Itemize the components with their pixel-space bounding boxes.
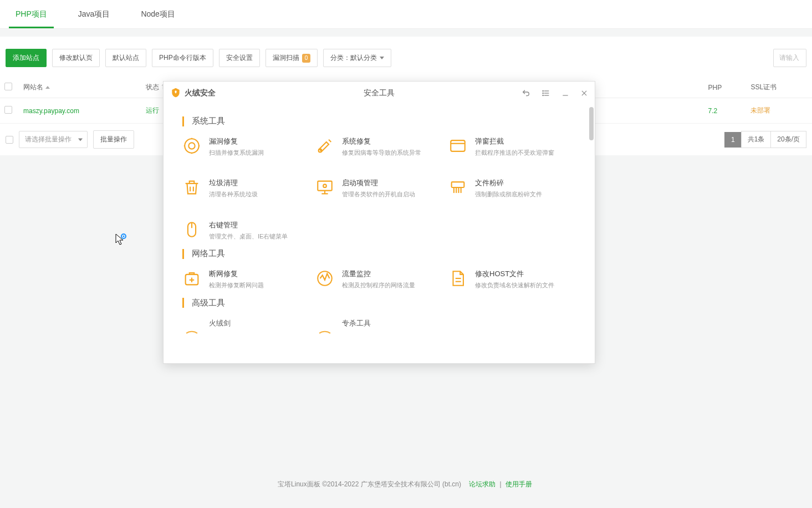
window-icon [448, 136, 467, 155]
add-site-button[interactable]: 添加站点 [6, 49, 47, 67]
chevron-down-icon [380, 57, 384, 59]
tool-huorong-sword[interactable]: 火绒剑 [182, 318, 310, 337]
vuln-scan-button[interactable]: 漏洞扫描 0 [265, 49, 318, 67]
footer: 宝塔Linux面板 ©2014-2022 广东堡塔安全技术有限公司 (bt.cn… [0, 480, 812, 489]
status-cell[interactable]: 运行 [146, 106, 159, 114]
section-network-tools: 网络工具 [182, 248, 576, 259]
shield-icon [315, 318, 334, 337]
site-name-link[interactable]: maszy.paypay.com [23, 107, 79, 115]
section-advanced-tools: 高级工具 [182, 298, 576, 308]
col-site[interactable]: 网站名 [19, 77, 141, 98]
tool-system-repair[interactable]: 系统修复修复因病毒等导致的系统异常 [315, 136, 443, 157]
tool-startup[interactable]: 启动项管理管理各类软件的开机自启动 [315, 178, 443, 199]
sort-asc-icon [45, 86, 50, 89]
svg-point-9 [185, 139, 199, 153]
scrollbar[interactable] [589, 107, 594, 140]
security-settings-button[interactable]: 安全设置 [219, 49, 260, 67]
sword-icon [182, 318, 201, 337]
batch-checkbox[interactable] [6, 136, 13, 144]
page-total: 共1条 [741, 131, 772, 148]
svg-rect-20 [452, 182, 464, 187]
vuln-scan-label: 漏洞扫描 [273, 53, 299, 63]
close-icon[interactable] [580, 89, 588, 97]
ssl-status[interactable]: 未部署 [750, 106, 770, 114]
tool-traffic-monitor[interactable]: 流量监控检测及控制程序的网络流量 [315, 269, 443, 289]
window-titlebar[interactable]: 火绒安全 安全工具 [164, 82, 595, 105]
manual-link[interactable]: 使用手册 [505, 480, 532, 488]
vuln-scan-badge: 0 [302, 54, 311, 63]
mouse-icon [182, 220, 201, 239]
category-dropdown[interactable]: 分类：默认分类 [323, 49, 391, 67]
page-size[interactable]: 20条/页 [770, 131, 806, 148]
batch-apply-button[interactable]: 批量操作 [93, 130, 134, 149]
svg-point-3 [543, 90, 543, 91]
toolbar: 添加站点 修改默认页 默认站点 PHP命令行版本 安全设置 漏洞扫描 0 分类：… [0, 37, 812, 77]
svg-rect-16 [318, 181, 332, 191]
php-cli-button[interactable]: PHP命令行版本 [152, 49, 213, 67]
svg-point-33 [121, 234, 126, 238]
tab-node[interactable]: Node项目 [125, 0, 190, 28]
svg-point-34 [123, 236, 125, 237]
php-version-link[interactable]: 7.2 [708, 107, 718, 115]
svg-point-10 [188, 143, 195, 149]
tool-network-repair[interactable]: 断网修复检测并修复断网问题 [182, 269, 310, 289]
edit-default-page-button[interactable]: 修改默认页 [52, 49, 100, 67]
huorong-logo-icon [170, 87, 181, 100]
category-label: 分类：默认分类 [330, 53, 377, 63]
col-ssl: SSL证书 [746, 77, 812, 98]
footer-text: 宝塔Linux面板 ©2014-2022 广东堡塔安全技术有限公司 (bt.cn… [278, 480, 461, 488]
tab-java[interactable]: Java项目 [63, 0, 126, 28]
chevron-down-icon [78, 138, 83, 141]
col-php: PHP [704, 77, 747, 98]
window-brand: 火绒安全 [185, 88, 216, 98]
svg-rect-12 [451, 140, 465, 151]
trash-icon [182, 178, 201, 197]
undo-icon[interactable] [522, 89, 530, 98]
batch-select[interactable]: 请选择批量操作 [19, 131, 88, 148]
tool-context-menu[interactable]: 右键管理管理文件、桌面、IE右键菜单 [182, 220, 310, 241]
tool-popup-block[interactable]: 弹窗拦截拦截程序推送的不受欢迎弹窗 [448, 136, 576, 157]
monitor-icon [315, 178, 334, 197]
tab-php[interactable]: PHP项目 [0, 0, 63, 28]
svg-point-5 [543, 95, 543, 95]
footer-sep: | [499, 480, 501, 488]
default-site-button[interactable]: 默认站点 [105, 49, 146, 67]
target-icon [182, 136, 201, 155]
tool-hosts-file[interactable]: 修改HOST文件修改负责域名快速解析的文件 [448, 269, 576, 289]
section-system-tools: 系统工具 [182, 116, 576, 126]
tool-cleanup[interactable]: 垃圾清理清理各种系统垃圾 [182, 178, 310, 199]
row-checkbox[interactable] [4, 106, 12, 114]
project-tabs: PHP项目 Java项目 Node项目 [0, 0, 812, 29]
forum-link[interactable]: 论坛求助 [469, 480, 496, 488]
svg-point-4 [543, 93, 543, 93]
search-input[interactable]: 请输入 [773, 49, 806, 67]
medkit-icon [182, 269, 201, 288]
tools-icon [315, 136, 334, 155]
cursor-icon [114, 233, 127, 248]
window-title: 安全工具 [364, 88, 395, 98]
page-1[interactable]: 1 [724, 132, 742, 148]
tool-vuln-fix[interactable]: 漏洞修复扫描并修复系统漏洞 [182, 136, 310, 157]
tool-special-kill[interactable]: 专杀工具 [315, 318, 443, 337]
menu-icon[interactable] [542, 89, 550, 98]
security-tools-window: 火绒安全 安全工具 系统工具 漏洞修复扫描并修复系统漏洞 系统修复修复因病毒等导… [163, 81, 595, 364]
tool-shredder[interactable]: 文件粉碎强制删除或彻底粉碎文件 [448, 178, 576, 199]
pagination: 1 共1条 20条/页 [725, 131, 806, 148]
activity-icon [315, 269, 334, 288]
select-all-checkbox[interactable] [4, 83, 12, 90]
minimize-icon[interactable] [561, 89, 569, 97]
svg-point-19 [323, 185, 326, 188]
file-icon [448, 269, 467, 288]
shredder-icon [448, 178, 467, 197]
